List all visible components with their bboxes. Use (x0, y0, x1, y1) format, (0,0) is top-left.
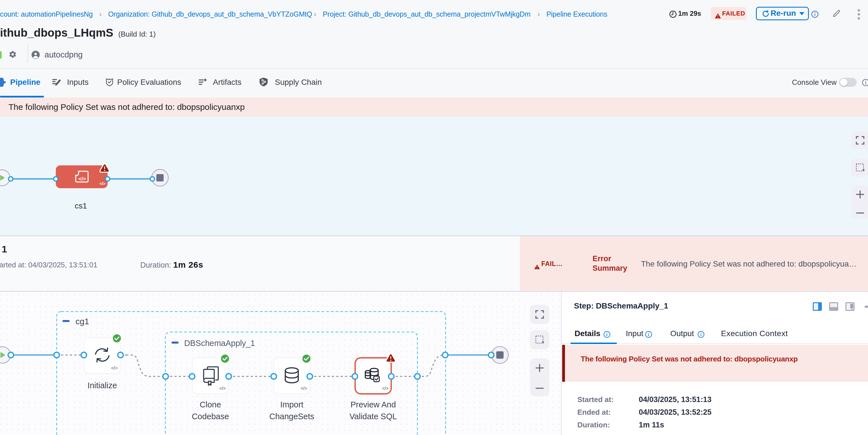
svg-text:</>: </> (78, 176, 86, 182)
svg-text:DBSchemaApply_1: DBSchemaApply_1 (184, 339, 255, 348)
svg-text:Codebase: Codebase (192, 412, 229, 421)
svg-text:Preview And: Preview And (350, 400, 396, 409)
svg-text:Validate SQL: Validate SQL (349, 412, 397, 421)
svg-text:</>: </> (382, 386, 389, 391)
svg-text:</>: </> (111, 366, 118, 371)
svg-text:Initialize: Initialize (88, 381, 117, 390)
svg-text:</>: </> (301, 386, 307, 391)
svg-text:Import: Import (280, 400, 303, 409)
svg-text:</>: </> (219, 386, 225, 391)
svg-text:Clone: Clone (200, 400, 221, 409)
svg-text:ChangeSets: ChangeSets (269, 412, 314, 421)
svg-text:</>: </> (99, 181, 105, 186)
svg-text:cs1: cs1 (74, 201, 87, 210)
svg-text:cg1: cg1 (75, 317, 89, 326)
